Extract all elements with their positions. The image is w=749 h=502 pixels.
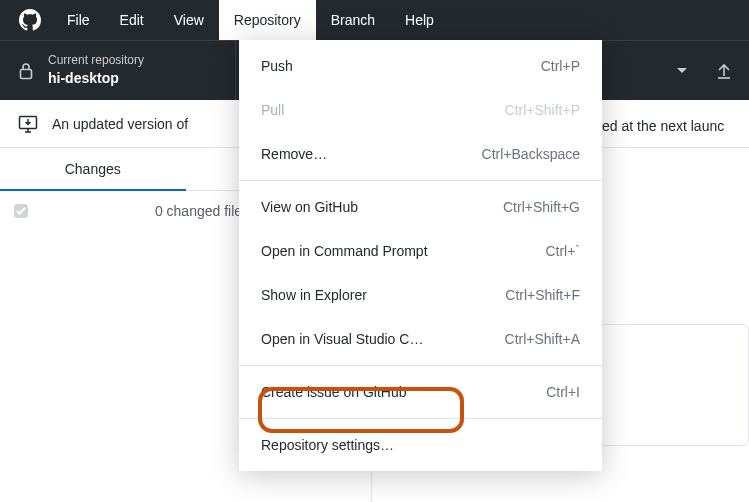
menu-item-repository-settings[interactable]: Repository settings… (239, 423, 602, 467)
menu-item-shortcut: Ctrl+` (545, 243, 580, 259)
tab-changes[interactable]: Changes (0, 148, 186, 190)
repo-name: hi-desktop (48, 69, 144, 89)
menu-file[interactable]: File (52, 0, 105, 40)
svg-rect-0 (21, 69, 32, 78)
menu-repository[interactable]: Repository (219, 0, 316, 40)
menu-item-shortcut: Ctrl+Backspace (482, 146, 580, 162)
chevron-down-icon[interactable] (677, 68, 687, 73)
menu-item-show-in-explorer[interactable]: Show in ExplorerCtrl+Shift+F (239, 273, 602, 317)
menu-item-label: Create issue on GitHub (261, 384, 407, 400)
menu-item-remove[interactable]: Remove…Ctrl+Backspace (239, 132, 602, 176)
menu-item-shortcut: Ctrl+P (541, 58, 580, 74)
menu-item-pull: PullCtrl+Shift+P (239, 88, 602, 132)
menu-item-shortcut: Ctrl+Shift+P (505, 102, 580, 118)
banner-text-left: An updated version of (52, 116, 188, 132)
menu-item-label: Repository settings… (261, 437, 394, 453)
github-logo-icon (18, 8, 42, 32)
repo-label: Current repository (48, 52, 144, 69)
menu-item-label: Remove… (261, 146, 327, 162)
menu-item-label: Open in Visual Studio C… (261, 331, 423, 347)
menu-item-create-issue-on-github[interactable]: Create issue on GitHubCtrl+I (239, 370, 602, 414)
menu-item-shortcut: Ctrl+Shift+A (505, 331, 580, 347)
push-arrow-icon[interactable] (715, 62, 733, 80)
banner-text-right: ed at the next launc (602, 118, 724, 134)
menu-help[interactable]: Help (390, 0, 449, 40)
menu-item-shortcut: Ctrl+Shift+F (505, 287, 580, 303)
menu-item-push[interactable]: PushCtrl+P (239, 44, 602, 88)
repo-selector[interactable]: Current repository hi-desktop (0, 41, 236, 100)
menu-item-label: Open in Command Prompt (261, 243, 428, 259)
menu-separator (239, 365, 602, 366)
repository-menu-dropdown: PushCtrl+PPullCtrl+Shift+PRemove…Ctrl+Ba… (239, 40, 602, 471)
menu-edit[interactable]: Edit (105, 0, 159, 40)
menu-item-open-in-command-prompt[interactable]: Open in Command PromptCtrl+` (239, 229, 602, 273)
menu-item-label: Push (261, 58, 293, 74)
menu-separator (239, 418, 602, 419)
menu-view[interactable]: View (159, 0, 219, 40)
menu-item-label: Show in Explorer (261, 287, 367, 303)
menu-item-shortcut: Ctrl+I (546, 384, 580, 400)
menu-item-view-on-github[interactable]: View on GitHubCtrl+Shift+G (239, 185, 602, 229)
menu-item-shortcut: Ctrl+Shift+G (503, 199, 580, 215)
desktop-download-icon (18, 115, 38, 133)
lock-icon (18, 62, 34, 80)
repo-text: Current repository hi-desktop (48, 52, 144, 88)
menubar: File Edit View Repository Branch Help (0, 0, 749, 40)
menu-item-label: Pull (261, 102, 284, 118)
select-all-checkbox[interactable] (14, 204, 28, 218)
menu-item-open-in-visual-studio-c[interactable]: Open in Visual Studio C…Ctrl+Shift+A (239, 317, 602, 361)
menu-separator (239, 180, 602, 181)
menu-branch[interactable]: Branch (316, 0, 390, 40)
menu-item-label: View on GitHub (261, 199, 358, 215)
toolbar-right (661, 41, 749, 100)
